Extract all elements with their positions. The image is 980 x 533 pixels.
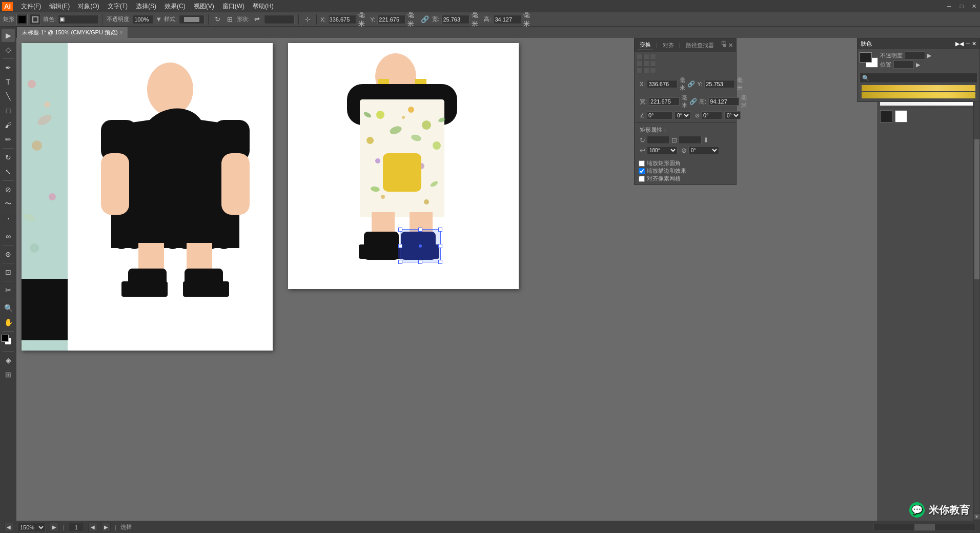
eyedropper-tool[interactable]: 𝄒 bbox=[2, 215, 15, 229]
props-fill-swatch[interactable] bbox=[880, 110, 892, 122]
h-coord-input[interactable] bbox=[493, 15, 521, 24]
pencil-tool[interactable]: ✏ bbox=[2, 133, 15, 146]
pathfinder-tab[interactable]: 路径查找器 bbox=[684, 40, 716, 50]
prev-page-btn[interactable]: ◀ bbox=[4, 523, 13, 532]
menu-window[interactable]: 窗口(W) bbox=[218, 1, 249, 12]
color-gradient-bar[interactable] bbox=[862, 85, 975, 91]
menu-object[interactable]: 对象(O) bbox=[74, 1, 103, 12]
props-stroke-swatch[interactable] bbox=[895, 110, 907, 122]
handle-bl[interactable] bbox=[398, 260, 402, 264]
menu-edit[interactable]: 编辑(E) bbox=[45, 1, 74, 12]
scale-tool[interactable]: ⤡ bbox=[2, 165, 15, 178]
x-coord-input[interactable] bbox=[328, 15, 356, 24]
w-coord-input[interactable] bbox=[441, 15, 469, 24]
warp-tool[interactable]: 〜 bbox=[2, 197, 15, 211]
handle-br[interactable] bbox=[438, 260, 442, 264]
chain-icon[interactable]: 🔗 bbox=[687, 80, 695, 88]
zoom-select[interactable]: 150% bbox=[17, 523, 46, 532]
next-page-btn[interactable]: ▶ bbox=[50, 523, 59, 532]
align-arrow-icon[interactable]: ⇌ bbox=[252, 14, 262, 25]
pen-tool[interactable]: ✒ bbox=[2, 61, 15, 74]
horizontal-scrollbar[interactable] bbox=[873, 524, 976, 531]
menu-file[interactable]: 文件(F) bbox=[17, 1, 45, 12]
panel-position-input[interactable] bbox=[893, 60, 914, 69]
grid-icon[interactable]: ⊞ bbox=[224, 14, 235, 25]
corner-angle-select2[interactable]: 0° bbox=[688, 146, 719, 154]
y-coord-input[interactable] bbox=[377, 15, 405, 24]
color-panel-expand[interactable]: ▶◀ bbox=[955, 40, 964, 47]
rect-tool[interactable]: □ bbox=[2, 104, 15, 117]
scale-corners-checkbox[interactable] bbox=[639, 160, 645, 167]
h-value-input[interactable] bbox=[708, 97, 739, 106]
scroll-thumb[interactable] bbox=[974, 139, 979, 279]
artboard-tool[interactable]: ⊡ bbox=[2, 265, 15, 279]
page-next-btn[interactable]: ▶ bbox=[101, 523, 111, 532]
point-selector-icon[interactable]: ⊹ bbox=[302, 14, 313, 25]
symbol-tool[interactable]: ⊛ bbox=[2, 248, 15, 261]
window-minimize-button[interactable]: ─ bbox=[945, 2, 953, 10]
fill-box[interactable] bbox=[860, 52, 872, 63]
handle-mr[interactable] bbox=[438, 244, 442, 248]
corner-chain[interactable]: ⊡ bbox=[671, 136, 677, 144]
handle-tr[interactable] bbox=[438, 228, 442, 232]
direct-select-tool[interactable]: ◇ bbox=[2, 43, 15, 56]
fill-input[interactable] bbox=[58, 15, 99, 24]
corner-input-2[interactable] bbox=[679, 136, 702, 144]
anchor-mr[interactable] bbox=[650, 60, 656, 67]
anchor-mm[interactable] bbox=[643, 60, 649, 67]
color-panel-minimize[interactable]: ─ bbox=[966, 40, 970, 47]
menu-help[interactable]: 帮助(H) bbox=[249, 1, 278, 12]
menu-select[interactable]: 选择(S) bbox=[132, 1, 160, 12]
y-value-input[interactable] bbox=[704, 80, 735, 88]
panel-opacity-arrow[interactable]: ▶ bbox=[927, 52, 931, 59]
transform-panel-close[interactable]: ✕ bbox=[728, 42, 733, 49]
handle-ml[interactable] bbox=[398, 244, 402, 248]
anchor-tr[interactable] bbox=[650, 54, 656, 60]
anchor-bl[interactable] bbox=[637, 67, 643, 73]
shear-input[interactable] bbox=[702, 111, 722, 119]
fill-stroke-colors[interactable] bbox=[2, 335, 15, 348]
angle-input[interactable] bbox=[647, 111, 672, 119]
rotate-tool[interactable]: ↻ bbox=[2, 151, 15, 164]
anchor-ml[interactable] bbox=[637, 60, 643, 67]
handle-bm[interactable] bbox=[418, 260, 422, 264]
select-tool[interactable]: ▶ bbox=[2, 29, 15, 42]
type-tool[interactable]: T bbox=[2, 75, 15, 89]
window-maximize-button[interactable]: □ bbox=[957, 2, 966, 10]
opacity-dropdown-icon[interactable]: ▼ bbox=[155, 15, 162, 23]
scroll-down-btn[interactable]: ▼ bbox=[974, 514, 980, 520]
w-value-input[interactable] bbox=[649, 97, 680, 106]
opacity-input[interactable] bbox=[133, 15, 153, 24]
screen-mode-btn[interactable]: ⊞ bbox=[2, 368, 15, 381]
align-tab[interactable]: 对齐 bbox=[661, 40, 676, 50]
slice-tool[interactable]: ✂ bbox=[2, 283, 15, 297]
draw-mode-btn[interactable]: ◈ bbox=[2, 354, 15, 367]
menu-type[interactable]: 文字(T) bbox=[104, 1, 132, 12]
color-gradient-bar-2[interactable] bbox=[862, 92, 975, 98]
align-pixel-checkbox[interactable] bbox=[639, 176, 645, 182]
x-value-input[interactable] bbox=[647, 80, 678, 88]
color-search-input[interactable] bbox=[860, 73, 977, 83]
scale-strokes-checkbox[interactable] bbox=[639, 168, 645, 174]
stroke-color-swatch[interactable] bbox=[30, 14, 41, 25]
zoom-tool[interactable]: 🔍 bbox=[2, 301, 15, 315]
rotate-icon[interactable]: ↻ bbox=[212, 14, 222, 25]
x-unit-dropdown[interactable]: 毫米 bbox=[680, 76, 685, 92]
width-tool[interactable]: ⊘ bbox=[2, 183, 15, 196]
handle-tl[interactable] bbox=[398, 228, 402, 232]
h-unit-dropdown[interactable]: 毫米 bbox=[741, 94, 747, 109]
window-close-button[interactable]: ✕ bbox=[970, 2, 978, 10]
tab-close-button[interactable]: × bbox=[120, 30, 123, 35]
transform-tab[interactable]: 变换 bbox=[638, 40, 653, 50]
anchor-br[interactable] bbox=[650, 67, 656, 73]
panel-opacity-input[interactable] bbox=[905, 51, 925, 59]
corner-dropdown[interactable]: ⬇ bbox=[703, 136, 709, 144]
menu-view[interactable]: 视图(V) bbox=[190, 1, 218, 12]
handle-tm[interactable] bbox=[418, 228, 422, 232]
page-input[interactable] bbox=[69, 523, 84, 532]
anchor-tm[interactable] bbox=[643, 54, 649, 60]
page-prev-btn[interactable]: ◀ bbox=[88, 523, 97, 532]
paintbrush-tool[interactable]: 🖌 bbox=[2, 118, 15, 132]
style-selector[interactable] bbox=[179, 15, 205, 24]
shear-select[interactable]: 0° bbox=[724, 111, 741, 119]
